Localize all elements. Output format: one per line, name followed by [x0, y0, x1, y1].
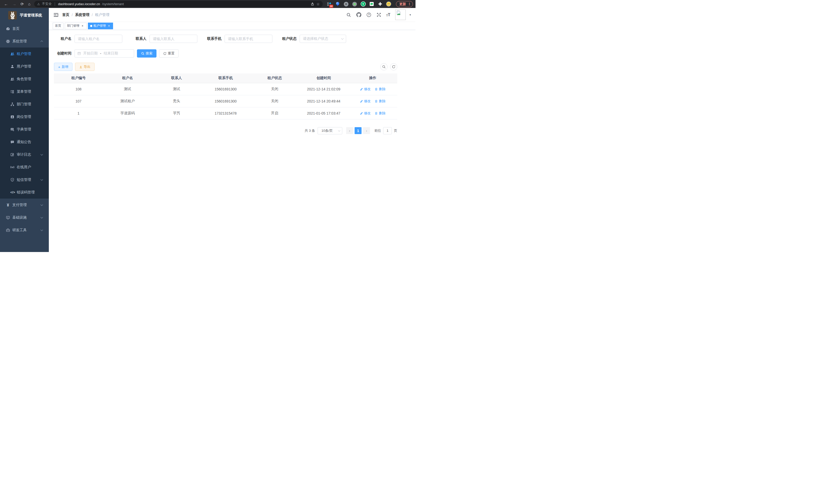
cell-contact: 芋艿	[152, 107, 201, 119]
close-icon[interactable]: ×	[107, 24, 111, 28]
url-bar[interactable]: ⚠ 不安全 dashboard.yudao.iocoder.cn /system…	[34, 1, 323, 7]
sidebar-item-label: 研发工具	[12, 228, 27, 233]
sidebar-item-home[interactable]: 首页	[0, 22, 49, 35]
status-select[interactable]: 请选择租户状态	[299, 35, 346, 43]
browser-home-icon[interactable]: ⌂	[28, 2, 31, 6]
toolbox-icon	[6, 228, 10, 232]
url-host: dashboard.yudao.iocoder.cn	[58, 2, 100, 6]
prev-page-button[interactable]: ‹	[346, 127, 353, 134]
profile-avatar-icon[interactable]	[386, 1, 391, 7]
tag-dept[interactable]: 部门管理 ×	[65, 23, 87, 29]
sidebar-item-post[interactable]: 岗位管理	[0, 111, 49, 123]
edit-link[interactable]: 修改	[360, 111, 371, 116]
sidebar-item-system[interactable]: 系统管理	[0, 35, 49, 48]
extension-command-icon[interactable]: ⌘	[343, 1, 349, 7]
tenant-name-label: 租户名	[54, 36, 71, 41]
sidebar-item-dept[interactable]: 部门管理	[0, 98, 49, 111]
export-button[interactable]: 导出	[75, 63, 94, 71]
browser-toolbar: ← → ⟳ ⌂ ⚠ 不安全 dashboard.yudao.iocoder.cn…	[0, 0, 416, 8]
avatar-caret-icon[interactable]: ▼	[409, 13, 411, 16]
delete-link[interactable]: 删除	[375, 99, 385, 103]
sidebar-item-tenant[interactable]: 租户管理	[0, 48, 49, 60]
sidebar-item-label: 审计日志	[17, 152, 31, 157]
extension-green-dot-icon[interactable]	[352, 1, 357, 7]
sidebar-item-role[interactable]: 角色管理	[0, 73, 49, 85]
extension-chat-icon[interactable]	[369, 1, 374, 7]
sidebar-item-devtools[interactable]: 研发工具	[0, 224, 49, 236]
create-time-range-picker[interactable]: 开始日期 - 结束日期	[75, 49, 134, 58]
contact-input[interactable]	[149, 35, 197, 43]
sidebar-item-infra[interactable]: 基础设施	[0, 211, 49, 224]
sidebar-item-online-users[interactable]: 在线用户	[0, 161, 49, 173]
app-title: 芋道管理系统	[20, 13, 42, 18]
extensions-puzzle-icon[interactable]	[377, 1, 383, 7]
sidebar-item-error-code[interactable]: </> 错误码管理	[0, 186, 49, 199]
cell-contact: 测试	[152, 83, 201, 95]
cell-tenant-name: 芋道源码	[103, 107, 152, 119]
delete-link[interactable]: 删除	[375, 111, 385, 116]
edit-link[interactable]: 修改	[360, 99, 371, 103]
extension-balloon-icon[interactable]	[335, 1, 341, 7]
share-icon[interactable]	[311, 2, 314, 6]
sidebar-item-sms[interactable]: 短信管理	[0, 173, 49, 186]
breadcrumb-system[interactable]: 系统管理	[75, 12, 89, 17]
cell-contact: 秃头	[152, 95, 201, 107]
sidebar-item-audit-log[interactable]: 审计日志	[0, 148, 49, 161]
user-avatar[interactable]	[395, 9, 406, 20]
bookmark-star-icon[interactable]: ☆	[316, 2, 320, 6]
fullscreen-icon[interactable]	[376, 12, 381, 18]
sidebar-item-dict[interactable]: 字典管理	[0, 123, 49, 136]
extension-kit-icon[interactable]: 10	[326, 1, 332, 7]
tag-tenant-active[interactable]: 租户管理 ×	[88, 23, 113, 29]
security-warning-icon[interactable]: ⚠	[37, 2, 40, 6]
dashboard-icon	[6, 27, 10, 31]
chevron-down-icon	[40, 203, 43, 206]
sidebar-item-label: 用户管理	[17, 64, 31, 69]
table-tools	[380, 63, 397, 70]
chevron-down-icon	[338, 129, 340, 131]
search-button[interactable]: 搜索	[137, 49, 156, 58]
browser-back-icon[interactable]: ←	[4, 2, 8, 6]
sidebar-item-menu[interactable]: 菜单管理	[0, 85, 49, 98]
breadcrumb-home[interactable]: 首页	[62, 12, 69, 17]
browser-forward-icon[interactable]: →	[12, 2, 16, 6]
next-page-button[interactable]: ›	[363, 127, 370, 134]
sidebar-toggle-icon[interactable]	[53, 12, 59, 18]
browser-update-button[interactable]: 更新 ⋮	[396, 1, 413, 7]
cell-mobile: 17321315478	[201, 107, 250, 119]
font-size-icon[interactable]: TT	[386, 13, 390, 17]
page-size-select[interactable]: 10条/页	[318, 127, 342, 135]
sidebar-item-payment[interactable]: ¥ 支付管理	[0, 199, 49, 211]
url-separator	[55, 2, 55, 6]
sidebar-item-user[interactable]: 用户管理	[0, 60, 49, 73]
extension-y-icon[interactable]: Y	[360, 1, 366, 7]
add-button[interactable]: + 新增	[54, 63, 73, 71]
help-icon[interactable]: ?	[366, 12, 371, 18]
browser-menu-icon[interactable]: ⋮	[408, 2, 411, 6]
tag-home[interactable]: 首页	[53, 23, 63, 29]
delete-link[interactable]: 删除	[375, 87, 385, 91]
mobile-input[interactable]	[225, 35, 273, 43]
reset-button[interactable]: 重置	[159, 49, 179, 58]
status-label: 租户状态	[279, 36, 296, 41]
close-icon[interactable]: ×	[81, 24, 84, 28]
header-search-icon[interactable]	[346, 12, 351, 18]
browser-reload-icon[interactable]: ⟳	[21, 2, 24, 6]
sidebar-item-notice[interactable]: 通知公告	[0, 136, 49, 148]
delete-label: 删除	[379, 111, 385, 116]
github-icon[interactable]	[356, 12, 361, 18]
pagination-goto: 前往 页	[374, 127, 397, 135]
edit-link[interactable]: 修改	[360, 87, 371, 91]
goto-page-input[interactable]	[383, 127, 392, 135]
show-search-toggle-button[interactable]	[380, 63, 388, 70]
top-navbar: 首页 / 系统管理 / 租户管理 ?	[49, 8, 416, 22]
refresh-table-button[interactable]	[390, 63, 397, 70]
col-status: 租户状态	[250, 73, 299, 83]
main-area: 首页 / 系统管理 / 租户管理 ?	[49, 8, 416, 252]
page-1-button[interactable]: 1	[354, 127, 362, 134]
page-unit-label: 页	[394, 128, 397, 133]
tenant-name-input[interactable]	[75, 35, 122, 43]
pagination: 共 3 条 10条/页 ‹ 1 › 前往 页	[54, 127, 397, 135]
app-logo[interactable]: 芋道管理系统	[0, 8, 49, 22]
trash-icon	[375, 100, 378, 103]
